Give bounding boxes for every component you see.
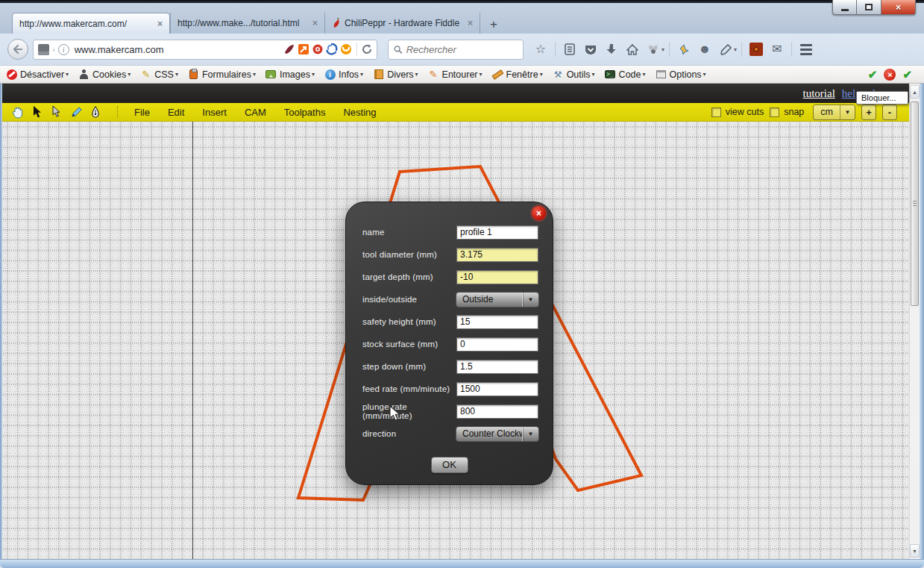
minimize-button[interactable]	[832, 0, 857, 15]
reload-icon[interactable]	[362, 44, 372, 54]
bookmark-star-button[interactable]: ☆	[531, 40, 550, 59]
new-tab-button[interactable]: +	[485, 16, 503, 34]
menu-edit[interactable]: Edit	[160, 107, 192, 118]
bookmarks-menu-button[interactable]	[560, 40, 579, 59]
direct-select-tool-button[interactable]	[48, 104, 65, 119]
chevron-down-icon: ▼	[840, 105, 855, 119]
blue-swirl-addon-icon[interactable]	[326, 43, 338, 55]
addon-smiley-button[interactable]: ☻	[695, 40, 714, 59]
devbar-item-cookies[interactable]: Cookies ▾	[78, 69, 131, 80]
maximize-button[interactable]	[857, 0, 881, 15]
ok-button[interactable]: OK	[431, 457, 468, 473]
devbar-item-formulaires[interactable]: Formulaires ▾	[188, 69, 256, 80]
devbar-item-options[interactable]: Options ▾	[656, 69, 706, 80]
safety-height-input[interactable]	[456, 315, 538, 329]
dropdown-value: Counter Clockwi	[456, 428, 522, 439]
snap-checkbox[interactable]	[770, 107, 779, 117]
menu-toolpaths[interactable]: Toolpaths	[277, 107, 333, 118]
url-text[interactable]: www.makercam.com	[75, 44, 164, 55]
devbar-item-images[interactable]: Images ▾	[265, 69, 315, 80]
menu-insert[interactable]: Insert	[195, 107, 234, 118]
home-icon	[626, 44, 638, 55]
scrollbar-thumb[interactable]	[911, 102, 919, 306]
plunge-rate-input[interactable]	[456, 405, 538, 419]
dropdown-value: Outside	[456, 294, 522, 305]
downloads-button[interactable]	[602, 40, 621, 59]
zoom-out-button[interactable]: -	[882, 104, 897, 120]
devbar-item-entourer[interactable]: ✎ Entourer ▾	[428, 69, 483, 80]
name-input[interactable]	[456, 225, 538, 240]
addon-hand-button[interactable]	[674, 40, 694, 59]
select-tool-button[interactable]	[29, 104, 45, 119]
devbar-item-code[interactable]: >_ Code ▾	[605, 69, 646, 80]
eyedropper-button[interactable]	[716, 40, 735, 59]
download-arrow-icon	[606, 43, 617, 55]
scroll-down-button[interactable]: ▼	[910, 544, 920, 558]
menu-cam[interactable]: CAM	[237, 107, 274, 118]
search-input[interactable]	[406, 44, 518, 55]
mail-button[interactable]: ✉	[767, 40, 787, 59]
devbar-item-divers[interactable]: Divers ▾	[373, 69, 418, 80]
view-cuts-checkbox[interactable]	[711, 107, 721, 117]
tab-title: http://www.make.../tutorial.html	[177, 18, 299, 28]
scroll-up-button[interactable]: ▲	[910, 85, 920, 99]
field-row-plunge-rate: plunge rate (mm/minute)	[346, 400, 553, 422]
home-button[interactable]	[623, 40, 642, 59]
devbar-label: Cookies	[92, 69, 126, 80]
inside-outside-dropdown[interactable]: Outside ▼	[456, 292, 539, 308]
validation-error-icon[interactable]: ×	[884, 69, 896, 81]
url-bar[interactable]: › i www.makercam.com	[33, 40, 377, 60]
menu-file[interactable]: File	[127, 107, 157, 118]
tab-makercam[interactable]: http://www.makercam.com/ ×	[12, 13, 170, 34]
dialog-close-button[interactable]: ×	[532, 206, 546, 220]
target-depth-input[interactable]	[456, 270, 538, 284]
tab-close-icon[interactable]: ×	[468, 18, 473, 28]
stock-surface-input[interactable]	[456, 337, 538, 352]
tool-diameter-input[interactable]	[456, 248, 538, 262]
site-info-icon[interactable]: i	[58, 44, 69, 55]
validation-ok-icon[interactable]: ✔	[868, 68, 878, 81]
devbar-item-desactiver[interactable]: Désactiver ▾	[6, 69, 69, 80]
tab-tutorial[interactable]: http://www.make.../tutorial.html ×	[170, 13, 325, 34]
back-button[interactable]	[7, 39, 28, 60]
chevron-down-icon[interactable]: ▾	[734, 46, 737, 53]
step-down-input[interactable]	[456, 360, 538, 374]
pocket-button[interactable]	[581, 40, 600, 59]
feather-addon-icon[interactable]	[283, 43, 295, 55]
window-border-bottom	[0, 559, 924, 568]
tab-chilipeppr[interactable]: ChiliPeppr - Hardware Fiddle ×	[325, 13, 480, 34]
tutorial-link[interactable]: tutorial	[803, 87, 835, 100]
drawing-canvas[interactable]: × name tool diameter (mm) target depth (…	[2, 122, 909, 559]
tab-close-icon[interactable]: ×	[157, 19, 163, 29]
search-bar[interactable]	[388, 40, 524, 60]
orange-arrow-addon-icon[interactable]	[298, 43, 309, 55]
addon-red-button[interactable]	[747, 40, 766, 59]
validation-ok-icon[interactable]: ✔	[902, 68, 912, 81]
devbar-item-css[interactable]: ✎ CSS ▾	[140, 69, 178, 80]
pencil-tool-button[interactable]	[68, 104, 84, 119]
pencil-icon	[70, 106, 83, 119]
field-row-target-depth: target depth (mm)	[346, 266, 553, 288]
devbar-item-outils[interactable]: ⚒ Outils ▾	[553, 69, 595, 80]
menu-button[interactable]	[796, 40, 816, 59]
red-ring-addon-icon[interactable]	[312, 43, 324, 55]
chevron-down-icon[interactable]: ▾	[661, 46, 664, 53]
red-addon-icon	[749, 43, 763, 56]
fly-icon	[648, 44, 659, 54]
menu-nesting[interactable]: Nesting	[336, 107, 383, 118]
close-window-button[interactable]: ×	[881, 0, 916, 15]
feed-rate-input[interactable]	[456, 382, 538, 396]
field-label: direction	[346, 429, 456, 438]
units-dropdown[interactable]: cm ▼	[813, 104, 855, 120]
eyedropper-icon	[720, 44, 732, 55]
devbar-item-fenetre[interactable]: Fenêtre ▾	[492, 69, 543, 80]
pen-tool-button[interactable]	[87, 104, 104, 119]
zoom-in-button[interactable]: +	[861, 104, 876, 120]
vertical-scrollbar[interactable]: ▲ ▼	[909, 84, 920, 559]
pan-tool-button[interactable]	[10, 104, 26, 119]
orange-smiley-addon-icon[interactable]	[340, 43, 352, 55]
direction-dropdown[interactable]: Counter Clockwi ▼	[456, 426, 539, 442]
devbar-item-infos[interactable]: i Infos ▾	[324, 69, 363, 80]
tab-close-icon[interactable]: ×	[312, 18, 318, 28]
addon-fly-button[interactable]	[644, 40, 663, 59]
